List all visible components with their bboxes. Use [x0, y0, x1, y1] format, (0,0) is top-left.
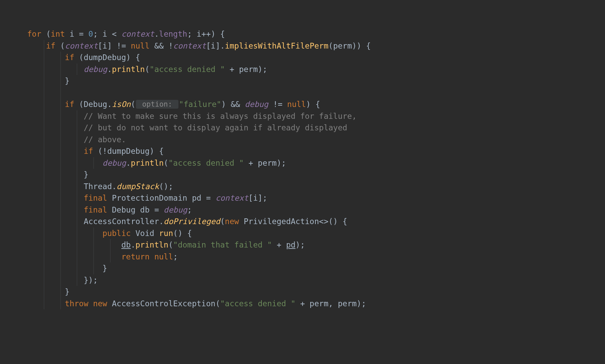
code-line[interactable]: AccessController.doPrivileged(new Privil…: [27, 216, 605, 228]
code-line[interactable]: // above.: [27, 134, 605, 146]
code-line[interactable]: }: [27, 169, 605, 181]
code-line[interactable]: final Debug db = debug;: [27, 204, 605, 216]
code-line[interactable]: // but do not want to display again if a…: [27, 122, 605, 134]
code-line[interactable]: [27, 87, 605, 99]
code-line[interactable]: for (int i = 0; i < context.length; i++)…: [27, 28, 605, 40]
code-line[interactable]: if (!dumpDebug) {: [27, 145, 605, 157]
code-line[interactable]: if (context[i] != null && !context[i].im…: [27, 40, 605, 52]
code-line[interactable]: }: [27, 262, 605, 274]
code-line[interactable]: });: [27, 274, 605, 286]
code-line[interactable]: if (Debug.isOn( option: "failure") && de…: [27, 98, 605, 110]
inlay-hint: option:: [136, 100, 179, 109]
code-line[interactable]: return null;: [27, 251, 605, 263]
code-line[interactable]: debug.println("access denied " + perm);: [27, 63, 605, 75]
code-line[interactable]: db.println("domain that failed " + pd);: [27, 239, 605, 251]
code-editor[interactable]: for (int i = 0; i < context.length; i++)…: [0, 0, 605, 321]
code-line[interactable]: public Void run() {: [27, 228, 605, 239]
code-line[interactable]: throw new AccessControlException("access…: [27, 298, 605, 310]
code-line[interactable]: }: [27, 286, 605, 298]
code-line[interactable]: }: [27, 75, 605, 87]
code-line[interactable]: if (dumpDebug) {: [27, 52, 605, 63]
code-block[interactable]: for (int i = 0; i < context.length; i++)…: [27, 28, 605, 309]
code-line[interactable]: Thread.dumpStack();: [27, 181, 605, 193]
code-line[interactable]: final ProtectionDomain pd = context[i];: [27, 192, 605, 204]
code-line[interactable]: debug.println("access denied " + perm);: [27, 157, 605, 169]
code-line[interactable]: // Want to make sure this is always disp…: [27, 110, 605, 122]
